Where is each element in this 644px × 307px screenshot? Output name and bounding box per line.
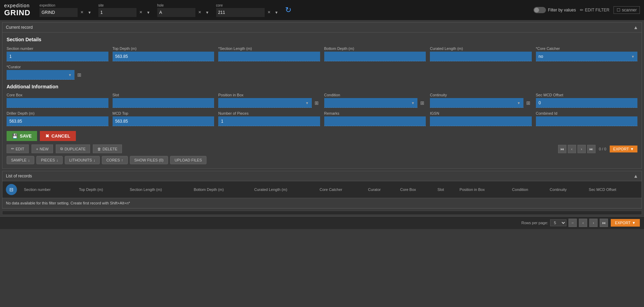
position-grid-icon[interactable]: ⊞ (313, 99, 320, 107)
hole-input[interactable] (157, 8, 195, 17)
curator-label: *Curator (7, 65, 83, 69)
hole-row: ✕ ▼ (157, 8, 211, 17)
filter-toggle[interactable] (533, 7, 546, 13)
sec-mcd-offset-input[interactable] (536, 98, 638, 108)
bottom-last-btn[interactable]: ⏭ (600, 219, 608, 227)
bottom-next-btn[interactable]: › (589, 219, 598, 227)
duplicate-button[interactable]: ⧉ DUPLICATE (56, 144, 90, 153)
cancel-icon: ✖ (45, 133, 49, 139)
igsn-input[interactable] (430, 116, 532, 126)
combined-id-input[interactable] (536, 116, 638, 126)
bottom-minus-btn[interactable]: − (568, 219, 577, 227)
position-in-box-label: Position in Box (218, 93, 320, 97)
curator-grid-icon[interactable]: ⊞ (76, 71, 83, 79)
export-bottom-button[interactable]: EXPORT ▼ (611, 219, 640, 227)
curated-length-group: Curated Length (m) (430, 46, 532, 61)
site-row: ✕ ▼ (98, 8, 152, 17)
condition-select[interactable] (324, 98, 418, 108)
condition-select-wrapper (324, 98, 418, 108)
position-select-wrapper (218, 98, 312, 108)
condition-grid-icon[interactable]: ⊞ (419, 99, 426, 107)
current-record-body: Section Details Section number Top Depth… (2, 33, 642, 168)
scanner-label: scanner (622, 8, 637, 12)
duplicate-icon: ⧉ (60, 147, 63, 151)
curator-select[interactable] (7, 70, 74, 80)
upload-files-button[interactable]: UPLOAD FILES (170, 156, 206, 164)
expedition-dropdown-btn[interactable]: ▼ (86, 10, 93, 15)
additional-info-title: Additional Information (7, 84, 637, 89)
core-box-input[interactable] (7, 98, 108, 108)
scanner-btn[interactable]: ☐ scanner (614, 6, 640, 14)
igsn-label: IGSN (430, 111, 532, 115)
core-input[interactable] (216, 8, 265, 17)
current-record-header[interactable]: Current record ▲ (2, 23, 642, 33)
new-button[interactable]: + NEW (32, 144, 53, 153)
first-page-btn[interactable]: ⏮ (558, 145, 566, 153)
remarks-input[interactable] (324, 116, 426, 126)
edit-filter-btn[interactable]: ✏ EDIT FILTER (580, 8, 609, 12)
new-label: NEW (40, 147, 49, 151)
driller-depth-input[interactable] (7, 116, 108, 126)
cores-label: CORES (106, 158, 120, 162)
continuity-grid-icon[interactable]: ⊞ (525, 99, 532, 107)
sub-buttons-row: SAMPLE ↓ PIECES ↓ LITHOUNITS ↓ CORES ↑ S… (7, 156, 637, 164)
horizontal-scrollbar[interactable] (2, 211, 642, 215)
refresh-btn[interactable]: ↻ (285, 6, 291, 15)
last-page-btn[interactable]: ⏭ (587, 145, 596, 153)
pieces-icon: ↓ (56, 158, 59, 162)
lithounits-button[interactable]: LITHOUNITS ↓ (65, 156, 100, 164)
core-filter-group: core ✕ ▼ (216, 3, 280, 17)
save-button[interactable]: 💾 SAVE (7, 131, 37, 141)
continuity-select[interactable] (430, 98, 523, 108)
site-filter-group: site ✕ ▼ (98, 3, 152, 17)
current-record-panel: Current record ▲ Section Details Section… (2, 22, 642, 169)
core-dropdown-btn[interactable]: ▼ (273, 10, 280, 15)
continuity-row: ⊞ (430, 98, 532, 108)
next-page-btn[interactable]: › (577, 145, 586, 153)
list-of-records-panel: List of records ▲ ⊟ Section number Top D… (2, 171, 642, 209)
export-top-button[interactable]: EXPORT ▼ (610, 146, 637, 152)
topbar: expedition GRIND expedition ✕ ▼ site ✕ ▼… (0, 0, 644, 20)
bottom-prev-btn[interactable]: ‹ (579, 219, 587, 227)
number-of-pieces-input[interactable] (218, 116, 320, 126)
prev-page-btn[interactable]: ‹ (568, 145, 576, 153)
site-clear-btn[interactable]: ✕ (138, 9, 144, 15)
mcd-top-input[interactable] (113, 116, 214, 126)
expedition-clear-btn[interactable]: ✕ (79, 9, 85, 15)
hole-dropdown-btn[interactable]: ▼ (204, 10, 211, 15)
core-catcher-select[interactable]: no yes (536, 52, 638, 61)
bottom-depth-input[interactable] (324, 52, 426, 61)
table-col-icon: ⊟ (2, 181, 20, 198)
igsn-group: IGSN (430, 111, 532, 126)
slot-input[interactable] (113, 98, 214, 108)
rows-per-page-select[interactable]: 5 10 25 (550, 219, 566, 226)
page-info: 0 / 0 (597, 147, 608, 151)
filter-toggle-group: Filter by values (533, 7, 576, 13)
section-number-input[interactable] (7, 52, 108, 61)
section-row-2: *Curator ⊞ (7, 65, 637, 80)
core-box-label: Core Box (7, 93, 108, 97)
cancel-button[interactable]: ✖ CANCEL (40, 131, 76, 141)
site-input[interactable] (98, 8, 136, 17)
top-depth-input[interactable] (113, 52, 214, 61)
table-col-bottom-depth: Bottom Depth (m) (190, 181, 251, 198)
save-icon: 💾 (12, 133, 18, 139)
cores-button[interactable]: CORES ↑ (102, 156, 128, 164)
sample-button[interactable]: SAMPLE ↓ (7, 156, 34, 164)
list-of-records-header[interactable]: List of records ▲ (2, 171, 642, 181)
edit-button[interactable]: ✏ EDIT (7, 144, 29, 153)
delete-button[interactable]: 🗑 DELETE (93, 144, 122, 153)
hole-clear-btn[interactable]: ✕ (197, 9, 203, 15)
curated-length-input[interactable] (430, 52, 532, 61)
pieces-button[interactable]: PIECES ↓ (36, 156, 63, 164)
expedition-input[interactable] (39, 8, 78, 17)
section-length-input[interactable] (218, 52, 320, 61)
mcd-top-group: MCD Top (113, 111, 214, 126)
site-dropdown-btn[interactable]: ▼ (145, 10, 152, 15)
position-in-box-select[interactable] (218, 98, 312, 108)
table-menu-btn[interactable]: ⊟ (6, 184, 17, 195)
show-files-button[interactable]: SHOW FILES (0) (130, 156, 168, 164)
core-clear-btn[interactable]: ✕ (266, 9, 272, 15)
table-menu-icon: ⊟ (9, 187, 14, 192)
slot-group: Slot (113, 93, 214, 108)
